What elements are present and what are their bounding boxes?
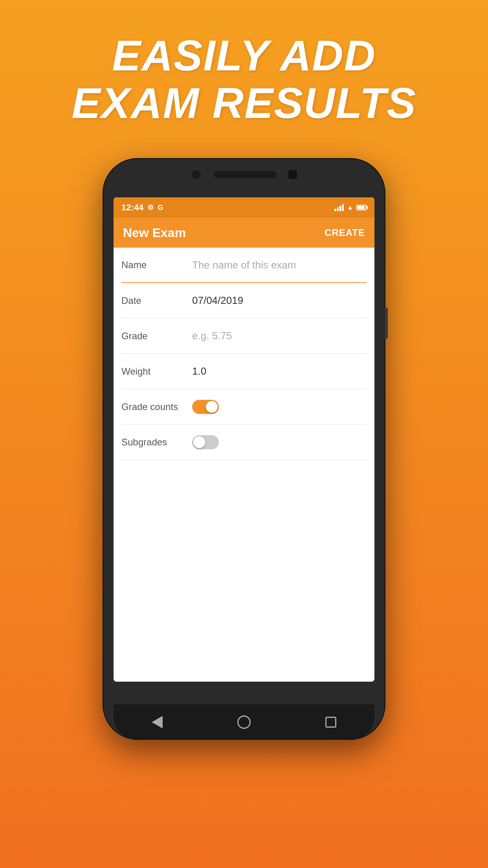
create-button[interactable]: CREATE: [325, 227, 365, 238]
grade-counts-row: Grade counts: [121, 389, 367, 425]
nav-bar: [114, 704, 374, 740]
back-icon: [152, 716, 163, 728]
subgrades-row: Subgrades: [121, 425, 367, 460]
name-row: Name The name of this exam: [121, 248, 367, 283]
date-label: Date: [121, 295, 192, 306]
side-button: [385, 307, 388, 339]
name-input[interactable]: The name of this exam: [192, 259, 367, 271]
recents-icon: [325, 717, 336, 728]
status-time: 12:44: [121, 202, 143, 213]
wifi-icon: [334, 204, 344, 211]
grade-label: Grade: [121, 331, 192, 342]
weight-value[interactable]: 1.0: [192, 365, 367, 377]
grade-counts-toggle-container: [192, 400, 219, 414]
battery-icon: [356, 205, 367, 210]
headline: EASILY ADD EXAM RESULTS: [72, 31, 416, 127]
grade-input[interactable]: e.g. 5.75: [192, 330, 367, 342]
subgrades-toggle-knob: [193, 436, 205, 448]
recents-button[interactable]: [323, 714, 339, 730]
google-icon: G: [158, 204, 163, 212]
phone-top-bar: [191, 169, 297, 180]
headline-line1: EASILY ADD: [72, 31, 416, 79]
headline-line2: EXAM RESULTS: [72, 79, 416, 127]
grade-counts-label: Grade counts: [121, 401, 192, 412]
settings-icon: ⚙: [147, 203, 154, 212]
subgrades-toggle[interactable]: [192, 435, 219, 449]
form-content: Name The name of this exam Date 07/04/20…: [114, 248, 374, 682]
back-button[interactable]: [149, 714, 165, 730]
status-left: 12:44 ⚙ G: [121, 202, 163, 213]
speaker-grille: [214, 171, 277, 178]
home-icon: [237, 715, 251, 729]
weight-label: Weight: [121, 366, 192, 377]
subgrades-toggle-container: [192, 435, 219, 449]
signal-icon: ▲: [347, 204, 353, 211]
phone-screen: 12:44 ⚙ G ▲ New Exam CREATE: [114, 197, 374, 682]
app-title: New Exam: [123, 226, 186, 240]
subgrades-label: Subgrades: [121, 437, 192, 448]
phone-shell: 12:44 ⚙ G ▲ New Exam CREATE: [103, 158, 385, 740]
date-row: Date 07/04/2019: [121, 283, 367, 318]
phone-mockup: 12:44 ⚙ G ▲ New Exam CREATE: [103, 158, 385, 740]
status-bar: 12:44 ⚙ G ▲: [114, 197, 374, 218]
date-value[interactable]: 07/04/2019: [192, 294, 367, 307]
status-icons: ▲: [334, 204, 367, 211]
grade-counts-toggle-knob: [206, 401, 218, 413]
home-button[interactable]: [236, 714, 252, 730]
app-bar: New Exam CREATE: [114, 218, 374, 248]
grade-counts-toggle[interactable]: [192, 400, 219, 414]
front-sensor: [288, 170, 297, 179]
grade-row: Grade e.g. 5.75: [121, 318, 367, 354]
weight-row: Weight 1.0: [121, 354, 367, 389]
camera-dot: [191, 169, 202, 180]
name-label: Name: [121, 259, 192, 270]
